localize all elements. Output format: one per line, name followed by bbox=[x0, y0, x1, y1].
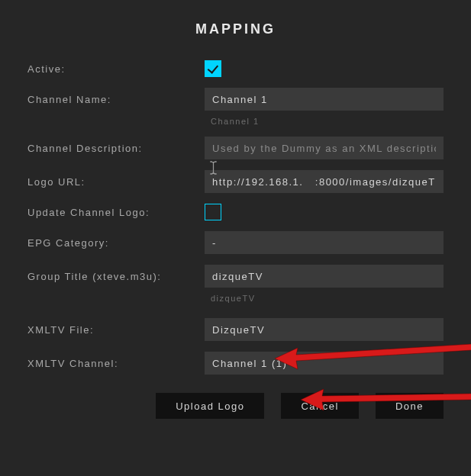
xmltv-channel-value: Channel 1 (1) bbox=[212, 358, 287, 369]
xmltv-channel-select[interactable]: Channel 1 (1) bbox=[205, 352, 444, 375]
upload-logo-button[interactable]: Upload Logo bbox=[156, 393, 264, 419]
label-xmltv-channel: XMLTV Channel: bbox=[27, 358, 205, 369]
row-logo-url: Logo URL: bbox=[27, 170, 444, 193]
mapping-form: Active: Channel Name: Channel 1 Channel … bbox=[27, 60, 444, 419]
channel-name-input[interactable] bbox=[205, 88, 444, 111]
row-xmltv-file: XMLTV File: DizqueTV bbox=[27, 318, 444, 341]
page-title: MAPPING bbox=[27, 21, 444, 37]
label-epg-category: EPG Category: bbox=[27, 237, 205, 249]
label-update-channel-logo: Update Channel Logo: bbox=[27, 207, 205, 218]
row-active: Active: bbox=[27, 60, 444, 77]
mapping-panel: MAPPING Active: Channel Name: Channel 1 … bbox=[0, 0, 471, 476]
row-channel-description: Channel Description: bbox=[27, 137, 444, 159]
button-row: Upload Logo Cancel Done bbox=[27, 393, 444, 419]
group-title-input[interactable] bbox=[205, 265, 444, 288]
row-epg-category: EPG Category: - bbox=[27, 231, 444, 254]
row-xmltv-channel: XMLTV Channel: Channel 1 (1) bbox=[27, 352, 444, 375]
label-group-title: Group Title (xteve.m3u): bbox=[27, 271, 205, 282]
cancel-button[interactable]: Cancel bbox=[281, 393, 358, 419]
epg-category-value: - bbox=[212, 237, 217, 249]
label-channel-name: Channel Name: bbox=[27, 94, 205, 105]
row-update-channel-logo: Update Channel Logo: bbox=[27, 204, 444, 220]
xmltv-file-select[interactable]: DizqueTV bbox=[205, 318, 444, 341]
label-logo-url: Logo URL: bbox=[27, 176, 205, 188]
channel-description-input[interactable] bbox=[205, 137, 444, 159]
update-channel-logo-checkbox[interactable] bbox=[205, 204, 221, 220]
row-channel-name: Channel Name: bbox=[27, 88, 444, 111]
xmltv-file-value: DizqueTV bbox=[212, 324, 265, 336]
logo-url-input[interactable] bbox=[205, 170, 444, 193]
epg-category-select[interactable]: - bbox=[205, 231, 444, 254]
active-checkbox[interactable] bbox=[205, 60, 221, 77]
group-title-helper: dizqueTV bbox=[205, 294, 255, 303]
label-channel-description: Channel Description: bbox=[27, 143, 205, 154]
label-xmltv-file: XMLTV File: bbox=[27, 324, 205, 336]
row-group-title: Group Title (xteve.m3u): bbox=[27, 265, 444, 288]
done-button[interactable]: Done bbox=[376, 393, 444, 419]
channel-name-helper: Channel 1 bbox=[205, 117, 260, 126]
label-active: Active: bbox=[27, 63, 205, 75]
